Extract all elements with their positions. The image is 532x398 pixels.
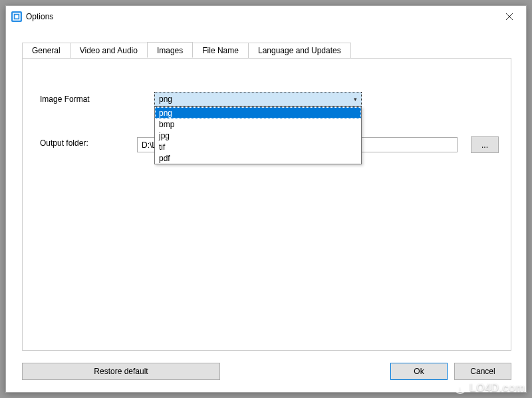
combo-option-jpg[interactable]: jpg <box>155 130 361 141</box>
image-format-dropdown: png bmp jpg tif pdf <box>154 106 362 164</box>
combo-option-tif[interactable]: tif <box>155 141 361 152</box>
image-format-label: Image Format <box>40 95 154 104</box>
image-format-value: png <box>159 95 172 104</box>
tab-file-name[interactable]: File Name <box>192 43 249 59</box>
tabs: General Video and Audio Images File Name… <box>22 42 511 58</box>
tab-video-audio[interactable]: Video and Audio <box>70 43 148 59</box>
tab-general[interactable]: General <box>22 43 70 59</box>
image-format-row: Image Format png ▾ png bmp jpg tif pdf <box>40 92 362 106</box>
browse-button-label: ... <box>481 140 488 150</box>
watermark-icon: ↓ <box>454 382 466 394</box>
options-dialog: Options General Video and Audio Images F… <box>5 5 527 393</box>
combo-option-pdf[interactable]: pdf <box>155 152 361 164</box>
button-bar: Restore default Ok Cancel <box>22 363 511 380</box>
close-icon <box>506 13 513 20</box>
combo-option-png[interactable]: png <box>155 107 361 118</box>
image-format-selected[interactable]: png ▾ <box>154 92 362 106</box>
titlebar: Options <box>6 6 526 27</box>
tab-language-updates[interactable]: Language and Updates <box>248 43 351 59</box>
watermark-text: LO4D.com <box>469 382 525 394</box>
svg-rect-2 <box>15 15 19 19</box>
ok-button[interactable]: Ok <box>390 363 448 380</box>
window-title: Options <box>26 12 494 21</box>
image-format-combo[interactable]: png ▾ png bmp jpg tif pdf <box>154 92 362 106</box>
tab-panel-images: Image Format png ▾ png bmp jpg tif pdf <box>22 58 511 351</box>
cancel-button[interactable]: Cancel <box>454 363 511 380</box>
restore-default-button[interactable]: Restore default <box>22 363 220 380</box>
browse-button[interactable]: ... <box>471 136 499 153</box>
watermark: ↓ LO4D.com <box>454 382 525 394</box>
tab-images[interactable]: Images <box>147 42 193 58</box>
chevron-down-icon: ▾ <box>354 96 357 102</box>
close-button[interactable] <box>494 7 525 27</box>
content-area: General Video and Audio Images File Name… <box>22 42 511 351</box>
combo-option-bmp[interactable]: bmp <box>155 118 361 130</box>
app-icon <box>11 11 22 22</box>
